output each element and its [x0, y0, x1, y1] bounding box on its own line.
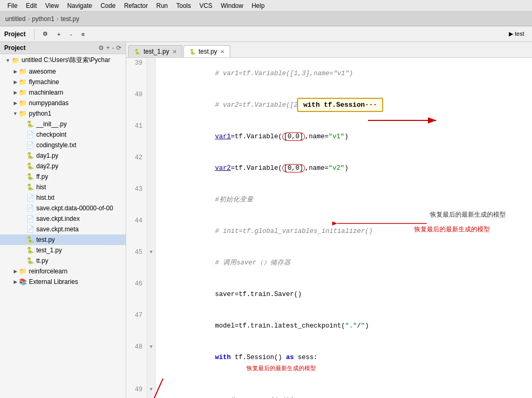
code-line-48: 48 ▼ with tf.Session() as sess: 恢复最后的最新生… [126, 342, 532, 384]
tree-item-ff[interactable]: 🐍 ff.py [0, 171, 126, 182]
sidebar-collapse-btn[interactable]: - [112, 44, 114, 52]
title-bar: untitled › python1 › test.py [0, 12, 532, 26]
file-icon-checkpoint: 📄 [26, 131, 34, 138]
tab-label-test1: test_1.py [144, 48, 169, 55]
line-fold-43 [147, 184, 156, 216]
tree-item-init[interactable]: 🐍 __init__.py [0, 119, 126, 129]
menu-file[interactable]: File [3, 0, 22, 11]
line-content-43: #初始化变量 [156, 184, 532, 216]
toggle-python1: ▼ [12, 111, 19, 116]
menu-tools[interactable]: Tools [172, 0, 195, 11]
py-icon-init: 🐍 [26, 120, 34, 128]
folder-icon-machinlearn: 📁 [19, 89, 27, 96]
file-icon-save-data: 📄 [26, 205, 34, 212]
menu-run[interactable]: Run [152, 0, 172, 11]
py-icon-day1: 🐍 [26, 152, 34, 159]
tree-item-codingstyle[interactable]: 📄 codingstyle.txt [0, 140, 126, 150]
line-num-39: 39 [126, 58, 147, 89]
sidebar-header: Project ⚙ + - ⟳ [0, 42, 126, 54]
line-content-46: saver=tf.train.Saver() [156, 279, 532, 310]
line-fold-46 [147, 279, 156, 310]
tree-item-save-data[interactable]: 📄 save.ckpt.data-00000-of-00 [0, 203, 126, 213]
file-icon-codingstyle: 📄 [26, 141, 34, 149]
line-num-45: 45 [126, 247, 147, 279]
code-line-39: 39 # var1=tf.Variable([1,3],name="v1") [126, 58, 532, 89]
menu-help[interactable]: Help [248, 0, 269, 11]
tree-label-day1: day1.py [36, 152, 58, 159]
add-btn[interactable]: + [54, 29, 64, 39]
breadcrumb-sep2: › [56, 15, 58, 23]
line-content-44: # init=tf.global_variables_initializer() [156, 216, 532, 247]
tree-item-test[interactable]: 🐍 test.py [0, 234, 126, 245]
menu-code[interactable]: Code [96, 0, 120, 11]
py-icon-hist: 🐍 [26, 183, 34, 191]
tree-item-flymachine[interactable]: ▶ 📁 flymachine [0, 77, 126, 87]
tree-item-hist[interactable]: 🐍 hist [0, 182, 126, 192]
tree-item-save-meta[interactable]: 📄 save.ckpt.meta [0, 224, 126, 234]
more-btn[interactable]: ≡ [78, 29, 88, 39]
subtract-btn[interactable]: - [66, 29, 76, 39]
sidebar: Project ⚙ + - ⟳ ▼ 📁 untitled C:\Users\陈亚… [0, 42, 126, 398]
tree-label-save-data: save.ckpt.data-00000-of-00 [36, 205, 113, 212]
line-fold-47 [147, 310, 156, 342]
tab-icon-test1: 🐍 [134, 49, 140, 55]
run-config-btn[interactable]: ▶ test [505, 29, 528, 39]
content-area: Project ⚙ + - ⟳ ▼ 📁 untitled C:\Users\陈亚… [0, 42, 532, 398]
menu-view[interactable]: View [41, 0, 63, 11]
tree-item-reinforcelearn[interactable]: ▶ 📁 reinforcelearn [0, 266, 126, 277]
line-content-39: # var1=tf.Variable([1,3],name="v1") [156, 58, 532, 89]
menu-edit[interactable]: Edit [22, 0, 41, 11]
settings-btn[interactable]: ⚙ [39, 29, 52, 39]
toggle-flymachine: ▶ [12, 79, 19, 85]
tab-label-test: test.py [199, 48, 217, 55]
menu-vcs[interactable]: VCS [195, 0, 217, 11]
editor-panel: 🐍 test_1.py ✕ 🐍 test.py ✕ with tf.Sessio… [126, 42, 532, 398]
tree-item-python1[interactable]: ▼ 📁 python1 [0, 108, 126, 119]
tree-item-tt[interactable]: 🐍 tt.py [0, 256, 126, 266]
tree-item-external-libs[interactable]: ▶ 📚 External Libraries [0, 277, 126, 287]
tab-close-test[interactable]: ✕ [220, 49, 224, 55]
line-fold-42 [147, 152, 156, 184]
tab-close-test1[interactable]: ✕ [172, 49, 177, 55]
line-num-42: 42 [126, 152, 147, 184]
line-content-49: # sess.run(init) [156, 384, 532, 398]
line-num-46: 46 [126, 279, 147, 310]
tab-test[interactable]: 🐍 test.py ✕ [183, 45, 230, 57]
tree-label-hist-txt: hist.txt [36, 194, 55, 201]
menu-bar: File Edit View Navigate Code Refactor Ru… [0, 0, 532, 12]
sidebar-title: Project [4, 44, 26, 52]
tree-item-awesome[interactable]: ▶ 📁 awesome [0, 66, 126, 77]
tree-item-test1[interactable]: 🐍 test_1.py [0, 245, 126, 256]
tab-test1[interactable]: 🐍 test_1.py ✕ [128, 45, 182, 57]
sidebar-sync-btn[interactable]: ⟳ [116, 44, 121, 52]
tree-item-machinlearn[interactable]: ▶ 📁 machinlearn [0, 87, 126, 98]
tree-label-machinlearn: machinlearn [29, 89, 63, 96]
sidebar-add-btn[interactable]: + [106, 44, 110, 52]
sidebar-settings-btn[interactable]: ⚙ [98, 44, 104, 52]
tree-item-checkpoint[interactable]: 📄 checkpoint [0, 129, 126, 140]
line-content-48: with tf.Session() as sess: 恢复最后的最新生成的模型 [156, 342, 532, 384]
main-toolbar: Project ⚙ + - ≡ ▶ test [0, 26, 532, 42]
line-fold-49: ▼ [147, 384, 156, 398]
menu-window[interactable]: Window [217, 0, 248, 11]
tree-item-hist-txt[interactable]: 📄 hist.txt [0, 192, 126, 203]
tree-item-numpypandas[interactable]: ▶ 📁 numpypandas [0, 98, 126, 108]
menu-navigate[interactable]: Navigate [63, 0, 96, 11]
code-editor[interactable]: with tf.Session··· 恢复最后的最新生成的模型 [126, 58, 532, 398]
breadcrumb: untitled › python1 › test.py [5, 15, 79, 23]
toggle-reinforcelearn: ▶ [12, 269, 19, 274]
menu-refactor[interactable]: Refactor [120, 0, 152, 11]
tree-item-day2[interactable]: 🐍 day2.py [0, 161, 126, 171]
breadcrumb-sep1: › [28, 15, 30, 23]
code-line-47: 47 model=tf.train.latest_checkpoint("."/… [126, 310, 532, 342]
line-num-47: 47 [126, 310, 147, 342]
line-num-43: 43 [126, 184, 147, 216]
line-fold-45: ▼ [147, 247, 156, 279]
tree-item-save-index[interactable]: 📄 save.ckpt.index [0, 213, 126, 224]
line-fold-41 [147, 121, 156, 152]
code-line-46: 46 saver=tf.train.Saver() [126, 279, 532, 310]
tree-label-day2: day2.py [36, 162, 58, 170]
tree-item-day1[interactable]: 🐍 day1.py [0, 150, 126, 161]
tree-item-untitled[interactable]: ▼ 📁 untitled C:\Users\陈亚索\Pychar [0, 54, 126, 66]
folder-icon-awesome: 📁 [19, 68, 27, 75]
